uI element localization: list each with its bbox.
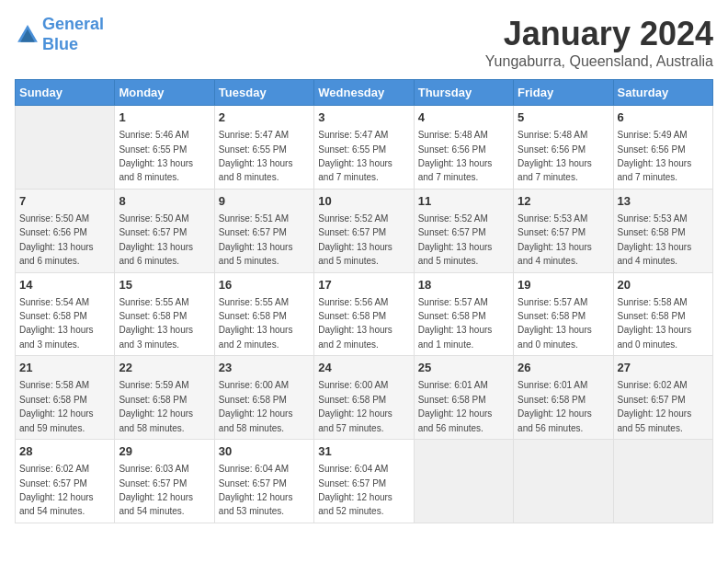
day-number: 8 xyxy=(119,193,210,210)
col-tuesday: Tuesday xyxy=(214,80,313,106)
day-info: Sunrise: 6:02 AMSunset: 6:57 PMDaylight:… xyxy=(19,464,94,516)
day-number: 5 xyxy=(518,109,609,126)
logo-line1: General xyxy=(42,15,104,33)
calendar-cell: 27Sunrise: 6:02 AMSunset: 6:57 PMDayligh… xyxy=(613,356,712,440)
calendar-cell xyxy=(16,106,115,190)
day-info: Sunrise: 5:51 AMSunset: 6:57 PMDaylight:… xyxy=(219,213,293,266)
day-number: 23 xyxy=(219,360,310,376)
calendar-cell: 10Sunrise: 5:52 AMSunset: 6:57 PMDayligh… xyxy=(314,189,414,272)
day-number: 2 xyxy=(219,109,310,126)
calendar-cell: 29Sunrise: 6:03 AMSunset: 6:57 PMDayligh… xyxy=(115,440,214,523)
calendar-cell: 3Sunrise: 5:47 AMSunset: 6:55 PMDaylight… xyxy=(314,106,414,190)
calendar-cell: 12Sunrise: 5:53 AMSunset: 6:57 PMDayligh… xyxy=(514,189,613,272)
day-number: 7 xyxy=(19,193,110,210)
day-number: 21 xyxy=(19,360,110,376)
day-number: 14 xyxy=(19,277,110,293)
calendar-week-1: 1Sunrise: 5:46 AMSunset: 6:55 PMDaylight… xyxy=(16,106,713,190)
calendar-cell: 26Sunrise: 6:01 AMSunset: 6:58 PMDayligh… xyxy=(514,356,613,440)
day-info: Sunrise: 5:48 AMSunset: 6:56 PMDaylight:… xyxy=(418,130,493,182)
col-wednesday: Wednesday xyxy=(314,80,414,106)
day-info: Sunrise: 5:54 AMSunset: 6:58 PMDaylight:… xyxy=(19,297,94,350)
day-number: 26 xyxy=(518,360,609,376)
day-number: 27 xyxy=(618,360,709,376)
col-monday: Monday xyxy=(115,80,214,106)
calendar-cell: 2Sunrise: 5:47 AMSunset: 6:55 PMDaylight… xyxy=(214,106,313,190)
col-thursday: Thursday xyxy=(414,80,513,106)
day-number: 12 xyxy=(518,193,609,210)
day-info: Sunrise: 5:52 AMSunset: 6:57 PMDaylight:… xyxy=(318,213,392,266)
calendar-cell: 20Sunrise: 5:58 AMSunset: 6:58 PMDayligh… xyxy=(613,272,712,356)
calendar-week-3: 14Sunrise: 5:54 AMSunset: 6:58 PMDayligh… xyxy=(16,272,713,356)
day-info: Sunrise: 6:01 AMSunset: 6:58 PMDaylight:… xyxy=(418,380,493,432)
day-info: Sunrise: 5:52 AMSunset: 6:57 PMDaylight:… xyxy=(418,213,493,266)
day-number: 19 xyxy=(518,277,609,293)
col-friday: Friday xyxy=(514,80,613,106)
col-sunday: Sunday xyxy=(16,80,115,106)
calendar-week-2: 7Sunrise: 5:50 AMSunset: 6:56 PMDaylight… xyxy=(16,189,713,272)
calendar-cell: 16Sunrise: 5:55 AMSunset: 6:58 PMDayligh… xyxy=(214,272,313,356)
day-number: 20 xyxy=(618,277,709,293)
day-info: Sunrise: 6:03 AMSunset: 6:57 PMDaylight:… xyxy=(119,464,193,516)
calendar-cell: 4Sunrise: 5:48 AMSunset: 6:56 PMDaylight… xyxy=(414,106,513,190)
col-saturday: Saturday xyxy=(613,80,712,106)
calendar-cell: 7Sunrise: 5:50 AMSunset: 6:56 PMDaylight… xyxy=(16,189,115,272)
day-number: 29 xyxy=(119,443,210,460)
day-info: Sunrise: 5:47 AMSunset: 6:55 PMDaylight:… xyxy=(318,130,392,182)
day-info: Sunrise: 5:57 AMSunset: 6:58 PMDaylight:… xyxy=(418,297,493,350)
day-number: 16 xyxy=(219,277,310,293)
day-info: Sunrise: 5:50 AMSunset: 6:57 PMDaylight:… xyxy=(119,213,193,266)
day-number: 18 xyxy=(418,277,509,293)
day-info: Sunrise: 6:04 AMSunset: 6:57 PMDaylight:… xyxy=(219,464,293,516)
calendar-cell: 17Sunrise: 5:56 AMSunset: 6:58 PMDayligh… xyxy=(314,272,414,356)
calendar-cell: 1Sunrise: 5:46 AMSunset: 6:55 PMDaylight… xyxy=(115,106,214,190)
calendar-cell: 9Sunrise: 5:51 AMSunset: 6:57 PMDaylight… xyxy=(214,189,313,272)
calendar-cell xyxy=(613,440,712,523)
day-info: Sunrise: 5:59 AMSunset: 6:58 PMDaylight:… xyxy=(119,380,193,432)
calendar-cell: 11Sunrise: 5:52 AMSunset: 6:57 PMDayligh… xyxy=(414,189,513,272)
calendar-cell xyxy=(414,440,513,523)
day-number: 9 xyxy=(219,193,310,210)
day-number: 15 xyxy=(119,277,210,293)
day-number: 13 xyxy=(618,193,709,210)
day-number: 22 xyxy=(119,360,210,376)
calendar-cell: 28Sunrise: 6:02 AMSunset: 6:57 PMDayligh… xyxy=(16,440,115,523)
calendar-week-4: 21Sunrise: 5:58 AMSunset: 6:58 PMDayligh… xyxy=(16,356,713,440)
day-number: 17 xyxy=(318,277,409,293)
day-info: Sunrise: 5:58 AMSunset: 6:58 PMDaylight:… xyxy=(19,380,94,432)
day-info: Sunrise: 5:57 AMSunset: 6:58 PMDaylight:… xyxy=(518,297,592,350)
day-info: Sunrise: 5:49 AMSunset: 6:56 PMDaylight:… xyxy=(618,130,692,182)
day-number: 24 xyxy=(318,360,409,376)
day-info: Sunrise: 6:00 AMSunset: 6:58 PMDaylight:… xyxy=(219,380,293,432)
calendar-cell: 24Sunrise: 6:00 AMSunset: 6:58 PMDayligh… xyxy=(314,356,414,440)
day-number: 28 xyxy=(19,443,110,460)
calendar-cell: 21Sunrise: 5:58 AMSunset: 6:58 PMDayligh… xyxy=(16,356,115,440)
calendar-cell xyxy=(514,440,613,523)
day-info: Sunrise: 5:47 AMSunset: 6:55 PMDaylight:… xyxy=(219,130,293,182)
day-number: 25 xyxy=(418,360,509,376)
logo-line2: Blue xyxy=(42,35,78,53)
day-info: Sunrise: 6:00 AMSunset: 6:58 PMDaylight:… xyxy=(318,380,392,432)
day-info: Sunrise: 5:55 AMSunset: 6:58 PMDaylight:… xyxy=(219,297,293,350)
day-info: Sunrise: 5:48 AMSunset: 6:56 PMDaylight:… xyxy=(518,130,592,182)
day-info: Sunrise: 5:50 AMSunset: 6:56 PMDaylight:… xyxy=(19,213,94,266)
location-subtitle: Yungaburra, Queensland, Australia xyxy=(485,53,713,70)
calendar-cell: 14Sunrise: 5:54 AMSunset: 6:58 PMDayligh… xyxy=(16,272,115,356)
calendar-cell: 8Sunrise: 5:50 AMSunset: 6:57 PMDaylight… xyxy=(115,189,214,272)
calendar-cell: 25Sunrise: 6:01 AMSunset: 6:58 PMDayligh… xyxy=(414,356,513,440)
logo-icon xyxy=(15,22,40,48)
day-info: Sunrise: 6:02 AMSunset: 6:57 PMDaylight:… xyxy=(618,380,692,432)
day-info: Sunrise: 5:56 AMSunset: 6:58 PMDaylight:… xyxy=(318,297,392,350)
day-info: Sunrise: 6:04 AMSunset: 6:57 PMDaylight:… xyxy=(318,464,392,516)
month-title: January 2024 xyxy=(485,15,713,53)
calendar-cell: 22Sunrise: 5:59 AMSunset: 6:58 PMDayligh… xyxy=(115,356,214,440)
day-info: Sunrise: 5:58 AMSunset: 6:58 PMDaylight:… xyxy=(618,297,692,350)
calendar-cell: 31Sunrise: 6:04 AMSunset: 6:57 PMDayligh… xyxy=(314,440,414,523)
calendar-cell: 5Sunrise: 5:48 AMSunset: 6:56 PMDaylight… xyxy=(514,106,613,190)
day-number: 10 xyxy=(318,193,409,210)
title-block: January 2024 Yungaburra, Queensland, Aus… xyxy=(485,15,713,70)
calendar-header-row: Sunday Monday Tuesday Wednesday Thursday… xyxy=(16,80,713,106)
day-info: Sunrise: 5:46 AMSunset: 6:55 PMDaylight:… xyxy=(119,130,193,182)
logo: General Blue xyxy=(15,15,104,54)
day-info: Sunrise: 5:53 AMSunset: 6:58 PMDaylight:… xyxy=(618,213,692,266)
day-number: 3 xyxy=(318,109,409,126)
